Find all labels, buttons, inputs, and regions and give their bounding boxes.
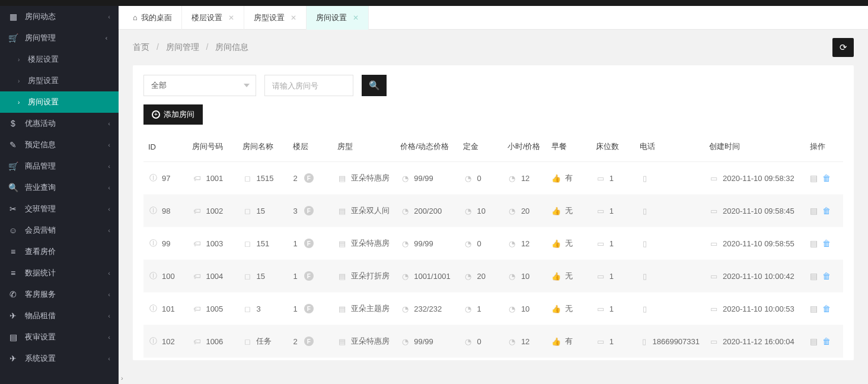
sidebar: ▦房间动态‹🛒房间管理⌄›楼层设置›房型设置›房间设置$优惠活动‹✎预定信息‹🛒… <box>0 6 119 384</box>
sidebar-item-icon: ☺ <box>8 226 18 235</box>
sidebar-subitem[interactable]: ›楼层设置 <box>0 49 119 70</box>
sidebar-item[interactable]: ☺会员营销‹ <box>0 220 119 241</box>
breadcrumb-home[interactable]: 首页 <box>133 42 149 52</box>
bed-icon: ▭ <box>596 239 605 248</box>
cell-value: 151 <box>256 239 269 248</box>
cell-value: 1 <box>293 304 297 313</box>
sidebar-item[interactable]: 🔍营业查询‹ <box>0 177 119 198</box>
id-icon: Ⓘ <box>148 337 158 346</box>
breadcrumb-section[interactable]: 房间管理 <box>166 42 199 52</box>
tag-icon: 🏷 <box>192 239 202 248</box>
table-header: 房型 <box>333 132 395 162</box>
edit-button[interactable]: ▤ <box>810 239 818 248</box>
cell-value: 1 <box>609 272 614 281</box>
table-header: 价格/动态价格 <box>395 132 458 162</box>
refresh-button[interactable]: ⟳ <box>832 38 854 57</box>
chevron-icon: ‹ <box>108 13 110 20</box>
chevron-icon: ‹ <box>108 205 110 212</box>
cell-value: 无 <box>565 303 573 314</box>
sidebar-item[interactable]: 🛒商品管理‹ <box>0 155 119 177</box>
delete-button[interactable]: 🗑 <box>822 206 831 215</box>
cell-value: 12 <box>521 337 529 346</box>
tab[interactable]: ⌂我的桌面 <box>123 6 182 30</box>
sidebar-item-label: 物品租借 <box>25 310 108 321</box>
tab[interactable]: 楼层设置✕ <box>182 6 244 30</box>
delete-button[interactable]: 🗑 <box>822 337 831 346</box>
edit-button[interactable]: ▤ <box>810 304 818 313</box>
tag-icon: 🏷 <box>192 271 202 281</box>
sidebar-item[interactable]: ✆客房服务‹ <box>0 284 119 305</box>
sidebar-item[interactable]: $优惠活动‹ <box>0 113 119 134</box>
edit-button[interactable]: ▤ <box>810 271 818 281</box>
table-row: Ⓘ102🏷1006◻任务2F▤亚朵特惠房◔99/99◔0◔12👍有▭1▯1866… <box>143 325 843 358</box>
phone-icon: ▯ <box>640 206 649 215</box>
tag-icon: 🏷 <box>192 206 202 215</box>
search-input[interactable] <box>264 75 353 96</box>
filter-select[interactable]: 全部 <box>143 75 256 96</box>
sidebar-item-label: 优惠活动 <box>25 118 108 129</box>
chevron-icon: ‹ <box>108 334 110 341</box>
deposit-icon: ◔ <box>463 206 473 215</box>
name-icon: ◻ <box>242 173 252 183</box>
date-icon: ▭ <box>709 206 719 215</box>
search-button[interactable]: 🔍 <box>362 75 387 96</box>
sidebar-item-icon: ✈ <box>8 311 18 320</box>
sidebar-subitem[interactable]: ›房间设置 <box>0 91 119 113</box>
cell-value: 2020-11-10 10:00:42 <box>723 272 794 281</box>
sidebar-item-icon: ✎ <box>8 140 18 150</box>
edit-button[interactable]: ▤ <box>810 173 818 183</box>
add-room-button[interactable]: + 添加房间 <box>143 104 203 125</box>
chevron-right-icon: › <box>18 56 20 63</box>
phone-icon: ▯ <box>640 173 649 183</box>
floor-badge-icon: F <box>304 206 314 215</box>
close-icon[interactable]: ✕ <box>291 14 296 22</box>
phone-icon: ▯ <box>640 304 649 313</box>
cell-value: 12 <box>521 239 529 248</box>
sidebar-item-icon: 🛒 <box>8 33 18 43</box>
deposit-icon: ◔ <box>463 271 473 281</box>
sidebar-item[interactable]: ▤夜审设置‹ <box>0 326 119 348</box>
sidebar-subitem[interactable]: ›房型设置 <box>0 70 119 91</box>
sidebar-subitem-label: 房型设置 <box>28 75 59 86</box>
edit-button[interactable]: ▤ <box>810 206 818 215</box>
cell-value: 1001/1001 <box>414 272 450 281</box>
delete-button[interactable]: 🗑 <box>822 271 831 281</box>
delete-button[interactable]: 🗑 <box>822 239 831 248</box>
sidebar-item[interactable]: ▦房间动态‹ <box>0 6 119 27</box>
sidebar-item-label: 交班管理 <box>25 204 108 214</box>
cell-value: 2020-11-10 09:58:45 <box>723 207 794 215</box>
sidebar-subitem-label: 房间设置 <box>28 97 59 107</box>
close-icon[interactable]: ✕ <box>228 14 234 22</box>
sidebar-item[interactable]: ✎预定信息‹ <box>0 134 119 155</box>
sidebar-item[interactable]: 🛒房间管理⌄ <box>0 27 119 49</box>
thumb-icon: 👍 <box>551 337 561 346</box>
sidebar-item[interactable]: ✈物品租借‹ <box>0 305 119 326</box>
hour-icon: ◔ <box>508 206 517 215</box>
edit-button[interactable]: ▤ <box>810 337 818 346</box>
close-icon[interactable]: ✕ <box>353 14 359 22</box>
delete-button[interactable]: 🗑 <box>822 173 831 183</box>
cell-value: 亚朵特惠房 <box>351 173 390 183</box>
thumb-icon: 👍 <box>551 206 561 215</box>
breadcrumb: 首页 / 房间管理 / 房间信息 <box>133 42 248 53</box>
thumb-icon: 👍 <box>551 239 561 248</box>
cell-value: 3 <box>256 304 260 313</box>
footer-caret-icon[interactable]: › <box>121 375 123 382</box>
name-icon: ◻ <box>242 239 252 248</box>
add-room-label: 添加房间 <box>164 109 194 120</box>
name-icon: ◻ <box>242 206 252 215</box>
delete-button[interactable]: 🗑 <box>822 304 831 313</box>
tab[interactable]: 房间设置✕ <box>307 6 369 30</box>
sidebar-item[interactable]: ≡查看房价 <box>0 241 119 262</box>
sidebar-item[interactable]: ✈系统设置‹ <box>0 348 119 369</box>
cell-value: 101 <box>162 304 175 313</box>
tab[interactable]: 房型设置✕ <box>244 6 307 30</box>
cell-value: 99/99 <box>414 174 433 183</box>
type-icon: ▤ <box>337 173 347 183</box>
rooms-table: ID房间号码房间名称楼层房型价格/动态价格定金小时/价格早餐床位数电话创建时间操… <box>143 132 843 358</box>
chevron-icon: ‹ <box>108 269 110 277</box>
type-icon: ▤ <box>337 337 347 346</box>
sidebar-item[interactable]: ≡数据统计‹ <box>0 262 119 284</box>
price-icon: ◔ <box>400 304 410 313</box>
sidebar-item[interactable]: ✂交班管理‹ <box>0 198 119 220</box>
